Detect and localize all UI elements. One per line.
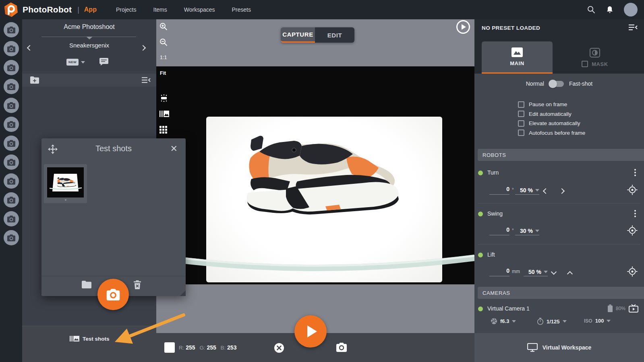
- swing-unit-label: °: [512, 228, 514, 233]
- camera-position-button[interactable]: [4, 173, 19, 189]
- turn-step-back-button[interactable]: [544, 187, 548, 195]
- shutter-speed-select[interactable]: 1/125: [537, 318, 567, 325]
- collapse-panel-icon[interactable]: [142, 77, 151, 83]
- close-icon[interactable]: ✕: [170, 144, 178, 153]
- nav-items[interactable]: Items: [153, 6, 167, 13]
- aperture-select[interactable]: f6.3: [491, 318, 516, 325]
- virtual-workspace-button[interactable]: Virtual Workspace: [474, 333, 644, 362]
- nav-presets[interactable]: Presets: [232, 6, 251, 13]
- tab-edit[interactable]: EDIT: [315, 27, 354, 43]
- take-test-shot-button[interactable]: [97, 279, 129, 310]
- lift-up-button[interactable]: [568, 270, 572, 278]
- camera-position-button[interactable]: [4, 79, 19, 94]
- viewport-bottom-bar: R: 255 G: 255 B: 253: [156, 333, 474, 362]
- camera-icon: [7, 45, 15, 52]
- option-autofocus-before-frame[interactable]: Autofocus before frame: [518, 128, 585, 138]
- project-title[interactable]: Acme Photoshoot: [22, 23, 156, 31]
- kebab-menu-icon[interactable]: [634, 169, 636, 177]
- aperture-value: f6.3: [500, 318, 509, 324]
- mask-checkbox[interactable]: [582, 61, 588, 67]
- swing-speed-value: 30 %: [520, 228, 533, 234]
- turn-home-target-icon[interactable]: [627, 185, 638, 195]
- zoom-out-icon[interactable]: [159, 38, 168, 46]
- new-status-badge[interactable]: NEW: [66, 59, 79, 66]
- swing-home-target-icon[interactable]: [627, 225, 638, 236]
- kebab-menu-icon[interactable]: [634, 210, 636, 218]
- tab-capture[interactable]: CAPTURE: [281, 27, 315, 43]
- camera-position-button[interactable]: [4, 22, 19, 37]
- tab-mask-label: MASK: [592, 61, 608, 67]
- tab-main[interactable]: MAIN: [482, 41, 553, 74]
- tab-mask[interactable]: MASK: [565, 41, 625, 74]
- single-shot-camera-icon[interactable]: [336, 342, 347, 352]
- add-folder-icon[interactable]: [30, 76, 39, 84]
- option-edit-automatically[interactable]: Edit automatically: [518, 109, 585, 119]
- test-shot-thumbnail[interactable]: [44, 164, 87, 203]
- camera-position-button[interactable]: [4, 211, 19, 226]
- zoom-actual-button[interactable]: 1:1: [160, 55, 167, 60]
- live-view-image[interactable]: [156, 66, 474, 284]
- collapse-panel-icon[interactable]: [629, 24, 638, 31]
- chevron-down-icon: [535, 230, 539, 232]
- lift-home-target-icon[interactable]: [627, 266, 638, 277]
- turn-angle-input[interactable]: 0: [489, 186, 509, 195]
- panel-resize-handle[interactable]: [180, 290, 186, 296]
- lift-speed-select[interactable]: 50 %: [524, 267, 548, 276]
- swing-speed-select[interactable]: 30 %: [515, 226, 539, 235]
- camera-position-button[interactable]: [4, 98, 19, 113]
- user-avatar[interactable]: [624, 3, 638, 16]
- zoom-in-icon[interactable]: [159, 23, 168, 31]
- section-divider: [478, 244, 641, 245]
- zoom-fit-button[interactable]: Fit: [160, 70, 166, 76]
- exposure-light-icon[interactable]: [159, 94, 168, 102]
- turn-step-forward-button[interactable]: [560, 187, 564, 195]
- product-sneaker-photo: [226, 134, 403, 218]
- camera-settings-row: f6.3 1/125 ISO 100: [474, 318, 644, 327]
- notifications-bell-icon[interactable]: [605, 5, 614, 14]
- status-dropdown-caret-icon[interactable]: [81, 61, 85, 64]
- nav-workspaces[interactable]: Workspaces: [184, 6, 215, 13]
- search-icon[interactable]: [587, 5, 596, 14]
- start-capture-button[interactable]: [294, 315, 327, 348]
- camera-position-button[interactable]: [4, 154, 19, 170]
- camera-position-button[interactable]: [4, 41, 19, 56]
- previous-item-button[interactable]: [28, 44, 32, 51]
- lift-down-button[interactable]: [552, 268, 556, 276]
- topbar-right-group: [587, 3, 644, 16]
- turn-speed-select[interactable]: 50 %: [515, 186, 539, 195]
- test-shots-panel: Test shots ✕: [41, 138, 186, 296]
- test-shots-button[interactable]: Test shots: [70, 335, 110, 342]
- camera-position-button[interactable]: [4, 230, 19, 245]
- grid-overlay-icon[interactable]: [159, 126, 168, 134]
- open-folder-icon[interactable]: [82, 281, 91, 288]
- option-label: Autofocus before frame: [529, 130, 585, 136]
- delete-test-shots-icon[interactable]: [133, 280, 141, 289]
- g-label: G:: [199, 345, 205, 351]
- next-item-button[interactable]: [141, 44, 145, 51]
- lift-height-input[interactable]: 0: [489, 267, 509, 276]
- fast-shot-toggle[interactable]: [549, 81, 564, 87]
- chevron-down-icon: [544, 271, 548, 273]
- checkbox-icon: [518, 130, 524, 136]
- chevron-down-icon: [563, 320, 567, 323]
- swing-angle-input[interactable]: 0: [489, 226, 509, 235]
- option-elevate-automatically[interactable]: Elevate automatically: [518, 119, 585, 128]
- iso-select[interactable]: ISO 100: [584, 318, 611, 324]
- burst-preview-icon[interactable]: [159, 110, 169, 117]
- photorobot-logo[interactable]: [3, 2, 19, 17]
- chevron-right-icon: [559, 188, 565, 194]
- option-pause-on-frame[interactable]: Pause on frame: [518, 100, 585, 109]
- camera-position-button[interactable]: [4, 117, 19, 132]
- camera-position-button[interactable]: [4, 60, 19, 75]
- live-view-icon[interactable]: [629, 304, 638, 313]
- project-dropdown-arrow[interactable]: [86, 37, 93, 39]
- folder-toolbar: [22, 74, 156, 86]
- camera-position-button[interactable]: [4, 136, 19, 151]
- camera-icon: [106, 288, 120, 300]
- checkbox-icon: [518, 111, 524, 117]
- camera-position-button[interactable]: [4, 192, 19, 208]
- play-preview-button[interactable]: [456, 20, 470, 34]
- comment-icon[interactable]: [99, 58, 108, 66]
- nav-projects[interactable]: Projects: [116, 6, 137, 13]
- cancel-capture-icon[interactable]: [274, 343, 284, 353]
